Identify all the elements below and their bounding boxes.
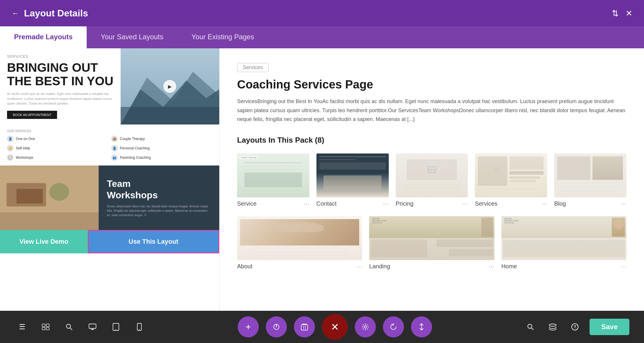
svg-rect-3 xyxy=(121,107,219,124)
layout-thumb-services xyxy=(475,153,547,197)
layout-thumb-about xyxy=(237,216,362,260)
layers-icon[interactable] xyxy=(545,319,560,335)
service-label-self-help: Self Help xyxy=(16,146,30,150)
preview-actions: View Live Demo Use This Layout xyxy=(0,230,219,253)
layout-name-pricing: Pricing xyxy=(396,200,414,207)
layout-card-footer-contact: Contact ⋯ xyxy=(316,200,389,207)
layout-card-about[interactable]: About ⋯ xyxy=(237,216,362,270)
close-x-button[interactable]: ✕ xyxy=(322,314,348,340)
layout-card-footer-landing: Landing ⋯ xyxy=(369,263,494,270)
layout-card-footer-pricing: Pricing ⋯ xyxy=(396,200,468,207)
layouts-grid-row1: Career Coaching Service ⋯ xyxy=(237,153,626,207)
main-content: SERVICES BRINGING OUT THE BEST IN YOU Ac… xyxy=(0,48,644,311)
layout-card-footer-home: Home ⋯ xyxy=(501,263,626,270)
layout-thumb-home: DEFINEDEFINE YOURSUCCESS xyxy=(501,216,626,260)
preview-body-text: Ac facilis morbi quis ac dis nullam. Ege… xyxy=(7,91,114,106)
mobile-icon[interactable] xyxy=(132,319,147,335)
workshop-content: TeamWorkshops Donec ullamcorper libero n… xyxy=(99,165,219,230)
window: ← Layout Details ⇅ ✕ Premade Layouts You… xyxy=(0,0,644,343)
preview-mountain-image: ▶ xyxy=(121,48,219,124)
svg-rect-13 xyxy=(42,327,45,330)
layout-dots-landing[interactable]: ⋯ xyxy=(489,263,494,270)
svg-point-32 xyxy=(364,326,366,328)
hamburger-icon[interactable]: ☰ xyxy=(15,319,30,335)
layout-card-blog[interactable]: Blog ⋯ xyxy=(554,153,626,207)
services-thumb-icon xyxy=(494,167,500,171)
preview-book-btn[interactable]: BOOK AN APPOINTMENT xyxy=(7,111,57,119)
back-button[interactable]: ← xyxy=(12,9,19,18)
svg-line-35 xyxy=(531,328,533,330)
layout-card-service[interactable]: Career Coaching Service ⋯ xyxy=(237,153,309,207)
layout-dots-home[interactable]: ⋯ xyxy=(621,263,626,270)
service-item-parenting: 👥 Parenting Coaching xyxy=(111,154,213,161)
tab-existing-pages[interactable]: Your Existing Pages xyxy=(177,26,268,48)
service-label-parenting: Parenting Coaching xyxy=(120,156,151,160)
search-right-icon[interactable] xyxy=(523,319,538,335)
svg-rect-26 xyxy=(301,325,308,330)
undo-button[interactable] xyxy=(383,316,404,337)
layout-card-contact[interactable]: Contact ⋯ xyxy=(316,153,389,207)
workshop-text: Donec ullamcorper libero nisl, nec bland… xyxy=(107,204,211,217)
sort-toolbar-button[interactable] xyxy=(411,316,432,337)
add-module-button[interactable]: + xyxy=(238,316,259,337)
service-label-couple-therapy: Couple Therapy xyxy=(120,137,145,141)
preview-services-section: OUR SERVICES 👤 One on One 💑 Couple Thera… xyxy=(0,124,219,165)
window-title: Layout Details xyxy=(24,8,88,19)
layout-card-landing[interactable]: DEFINEDEFINE YOURSUCCESS Landing ⋯ xyxy=(369,216,494,270)
layout-card-services[interactable]: Services ⋯ xyxy=(475,153,547,207)
use-this-layout-button[interactable]: Use This Layout xyxy=(88,230,219,253)
right-info-panel: Services Coaching Services Page Services… xyxy=(220,48,644,311)
title-bar-left: ← Layout Details xyxy=(12,8,88,19)
layout-dots-blog[interactable]: ⋯ xyxy=(621,200,626,207)
layout-description: ServicesBringing out the Best In YouAc f… xyxy=(237,97,626,124)
preview-headline: BRINGING OUT THE BEST IN YOU xyxy=(7,61,114,88)
layouts-grid-row2: About ⋯ DEFINEDEFINE YOURSUCCESS xyxy=(237,216,626,270)
tab-saved-layouts[interactable]: Your Saved Layouts xyxy=(87,26,177,48)
svg-rect-11 xyxy=(42,324,45,327)
layout-dots-about[interactable]: ⋯ xyxy=(356,263,362,270)
layout-card-home[interactable]: DEFINEDEFINE YOURSUCCESS Home ⋯ xyxy=(501,216,626,270)
svg-rect-14 xyxy=(46,327,49,330)
tablet-icon[interactable] xyxy=(108,319,124,335)
toolbar-left: ☰ xyxy=(15,319,147,335)
layout-thumb-landing: DEFINEDEFINE YOURSUCCESS xyxy=(369,216,494,260)
service-label-one-on-one: One on One xyxy=(16,137,35,141)
settings-button[interactable] xyxy=(355,316,376,337)
save-button[interactable]: Save xyxy=(590,319,629,335)
layout-dots-service[interactable]: ⋯ xyxy=(304,200,309,207)
trash-button[interactable] xyxy=(294,316,315,337)
layout-thumb-service: Career Coaching xyxy=(237,153,309,197)
search-toolbar-icon[interactable] xyxy=(61,319,77,335)
close-window-icon[interactable]: ✕ xyxy=(626,8,632,18)
preview-top-split: SERVICES BRINGING OUT THE BEST IN YOU Ac… xyxy=(0,48,219,124)
layout-card-footer-service: Service ⋯ xyxy=(237,200,309,207)
layout-dots-pricing[interactable]: ⋯ xyxy=(462,200,468,207)
svg-point-36 xyxy=(549,324,556,326)
preview-image-area: ▶ xyxy=(121,48,219,124)
layout-card-pricing[interactable]: Pricing ⋯ xyxy=(396,153,468,207)
layout-dots-services[interactable]: ⋯ xyxy=(541,200,547,207)
tab-bar: Premade Layouts Your Saved Layouts Your … xyxy=(0,26,644,48)
service-icon-workshops: 💬 xyxy=(7,154,13,161)
bottom-toolbar: ☰ + xyxy=(0,311,644,343)
help-icon[interactable]: ? xyxy=(567,319,583,335)
desktop-icon[interactable] xyxy=(85,319,100,335)
service-label-workshops: Workshops xyxy=(16,156,33,160)
layout-name-service: Service xyxy=(237,200,257,207)
service-icon-parenting: 👥 xyxy=(111,154,118,161)
service-icon-self: 🤝 xyxy=(7,145,13,151)
svg-point-21 xyxy=(116,329,116,330)
grid-icon[interactable] xyxy=(38,319,53,335)
left-preview-panel: SERVICES BRINGING OUT THE BEST IN YOU Ac… xyxy=(0,48,220,311)
power-button[interactable] xyxy=(266,316,287,337)
play-button[interactable]: ▶ xyxy=(163,80,176,93)
sort-icon[interactable]: ⇅ xyxy=(612,8,619,18)
svg-point-7 xyxy=(49,183,69,201)
layout-card-footer-blog: Blog ⋯ xyxy=(554,200,626,207)
title-bar-actions: ⇅ ✕ xyxy=(612,8,632,18)
view-live-demo-button[interactable]: View Live Demo xyxy=(0,230,88,253)
layout-dots-contact[interactable]: ⋯ xyxy=(383,200,389,207)
svg-point-23 xyxy=(139,329,140,330)
our-services-label: OUR SERVICES xyxy=(7,129,212,133)
tab-premade-layouts[interactable]: Premade Layouts xyxy=(0,26,87,48)
